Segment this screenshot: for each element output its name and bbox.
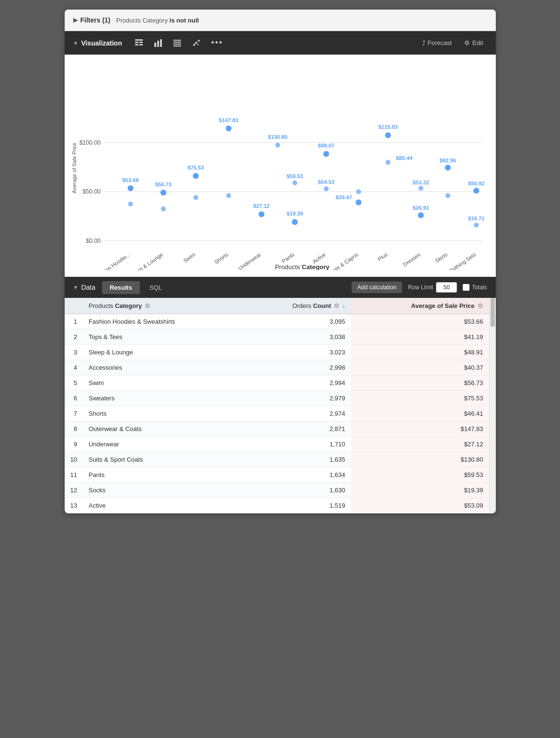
svg-text:$0.00: $0.00 bbox=[86, 238, 101, 244]
edit-sliders-icon: ⚙ bbox=[464, 39, 470, 46]
svg-rect-8 bbox=[173, 40, 181, 41]
row-number: 5 bbox=[65, 375, 83, 391]
category-cell: Suits & Sport Coats bbox=[83, 452, 245, 467]
edit-button[interactable]: ⚙ Edit bbox=[460, 37, 487, 48]
avg-price-col-settings-icon[interactable]: ⚙ bbox=[478, 302, 483, 309]
category-cell: Sleep & Lounge bbox=[83, 345, 245, 360]
table-view-button[interactable] bbox=[132, 37, 146, 49]
avg-price-cell: $130.80 bbox=[351, 452, 489, 467]
svg-text:Products Category: Products Category bbox=[274, 263, 329, 270]
category-cell: Shorts bbox=[83, 406, 245, 421]
svg-text:Underwear: Underwear bbox=[237, 251, 262, 270]
svg-point-63 bbox=[474, 223, 479, 227]
svg-text:$19.39: $19.39 bbox=[286, 211, 303, 216]
data-bar: ▼ Data Results SQL Add calculation Row L… bbox=[65, 277, 496, 298]
svg-text:$26.91: $26.91 bbox=[412, 205, 429, 211]
svg-point-15 bbox=[194, 43, 195, 44]
category-col-header[interactable]: Products Category ⚙ bbox=[83, 298, 245, 314]
orders-cell: 2,994 bbox=[245, 375, 351, 391]
table-icon bbox=[135, 39, 143, 47]
data-arrow-icon: ▼ bbox=[73, 284, 79, 290]
row-number: 12 bbox=[65, 483, 83, 498]
forecast-button[interactable]: ⤴ Forecast bbox=[418, 37, 456, 49]
list-icon bbox=[173, 39, 182, 47]
orders-cell: 1,519 bbox=[245, 498, 351, 513]
scatter-chart-svg: $0.00 $50.00 $100.00 $53.66 $56.73 $75.5… bbox=[79, 64, 491, 270]
svg-point-50 bbox=[385, 132, 390, 138]
category-cell: Outerwear & Coats bbox=[83, 421, 245, 437]
table-row: 8 Outerwear & Coats 2,871 $147.83 bbox=[65, 421, 489, 437]
filter-condition: Products Category is not null bbox=[116, 17, 199, 24]
svg-rect-5 bbox=[154, 43, 156, 47]
row-number: 9 bbox=[65, 437, 83, 452]
svg-text:$16.71: $16.71 bbox=[468, 216, 484, 221]
bar-chart-icon bbox=[154, 39, 162, 47]
svg-text:$54.53: $54.53 bbox=[318, 179, 334, 185]
svg-rect-0 bbox=[135, 39, 143, 41]
main-container: ▶ Filters (1) Products Category is not n… bbox=[65, 10, 496, 513]
svg-text:$27.12: $27.12 bbox=[253, 203, 269, 209]
svg-text:Fashion Hoodie...: Fashion Hoodie... bbox=[93, 251, 131, 270]
svg-point-41 bbox=[292, 181, 297, 185]
svg-point-54 bbox=[418, 212, 423, 218]
table-row: 9 Underwear 1,710 $27.12 bbox=[65, 437, 489, 452]
svg-point-61 bbox=[473, 188, 479, 193]
row-number: 10 bbox=[65, 452, 83, 467]
avg-price-cell: $56.73 bbox=[351, 375, 489, 391]
svg-rect-3 bbox=[139, 42, 143, 43]
data-table-wrap: Products Category ⚙ Orders Count ⚙ ↓ bbox=[65, 298, 489, 513]
totals-checkbox[interactable] bbox=[463, 284, 469, 291]
table-row: 2 Tops & Tees 3,038 $41.19 bbox=[65, 329, 489, 345]
avg-price-cell: $19.39 bbox=[351, 483, 489, 498]
orders-cell: 3,038 bbox=[245, 329, 351, 345]
svg-text:Skirts: Skirts bbox=[434, 251, 448, 264]
scatter-plot-button[interactable] bbox=[189, 37, 204, 49]
viz-title-label: Visualization bbox=[81, 39, 122, 47]
svg-point-13 bbox=[195, 42, 197, 44]
add-calculation-button[interactable]: Add calculation bbox=[352, 282, 402, 293]
filter-toggle[interactable]: ▶ Filters (1) bbox=[73, 16, 111, 24]
svg-text:$147.83: $147.83 bbox=[218, 117, 238, 123]
svg-rect-11 bbox=[173, 45, 181, 46]
svg-point-34 bbox=[226, 193, 231, 198]
svg-point-56 bbox=[418, 186, 423, 191]
more-options-button[interactable]: ••• bbox=[208, 36, 226, 50]
svg-point-47 bbox=[355, 200, 361, 205]
bar-chart-button[interactable] bbox=[151, 37, 165, 49]
row-number: 3 bbox=[65, 345, 83, 360]
svg-point-43 bbox=[323, 151, 329, 157]
list-view-button[interactable] bbox=[170, 37, 184, 49]
avg-price-col-header[interactable]: Average of Sale Price ⚙ bbox=[351, 298, 489, 314]
totals-group: Totals bbox=[463, 284, 487, 291]
data-title-group: ▼ Data bbox=[73, 281, 102, 294]
scrollbar-thumb[interactable] bbox=[491, 298, 495, 327]
orders-sort-icon[interactable]: ↓ bbox=[343, 303, 345, 309]
svg-point-49 bbox=[356, 189, 361, 194]
filter-bar: ▶ Filters (1) Products Category is not n… bbox=[65, 10, 496, 31]
sql-tab[interactable]: SQL bbox=[142, 281, 170, 294]
row-limit-input[interactable] bbox=[436, 282, 457, 293]
svg-rect-4 bbox=[139, 44, 143, 45]
row-number: 2 bbox=[65, 329, 83, 345]
results-tab[interactable]: Results bbox=[102, 281, 140, 294]
svg-point-60 bbox=[445, 193, 450, 198]
orders-col-header[interactable]: Orders Count ⚙ ↓ bbox=[245, 298, 351, 314]
svg-rect-10 bbox=[173, 44, 181, 45]
category-cell: Fashion Hoodies & Sweatshirts bbox=[83, 314, 245, 329]
table-row: 11 Pants 1,634 $59.53 bbox=[65, 467, 489, 483]
svg-text:Dresses: Dresses bbox=[402, 251, 422, 268]
orders-cell: 3,095 bbox=[245, 314, 351, 329]
table-row: 10 Suits & Sport Coats 1,635 $130.80 bbox=[65, 452, 489, 467]
avg-price-cell: $40.37 bbox=[351, 360, 489, 375]
svg-text:$53.66: $53.66 bbox=[122, 177, 138, 183]
y-axis-label: Average of Sale Price bbox=[69, 64, 79, 272]
viz-arrow-icon: ▼ bbox=[73, 40, 79, 46]
avg-price-cell: $75.53 bbox=[351, 391, 489, 406]
ellipsis-icon: ••• bbox=[211, 38, 223, 48]
table-row: 3 Sleep & Lounge 3,023 $48.91 bbox=[65, 345, 489, 360]
svg-point-39 bbox=[292, 219, 297, 225]
orders-col-settings-icon[interactable]: ⚙ bbox=[334, 302, 340, 309]
category-col-settings-icon[interactable]: ⚙ bbox=[145, 302, 150, 309]
table-scrollbar[interactable] bbox=[489, 298, 496, 513]
viz-bar: ▼ Visualization ••• ⤴ Fore bbox=[65, 31, 496, 55]
